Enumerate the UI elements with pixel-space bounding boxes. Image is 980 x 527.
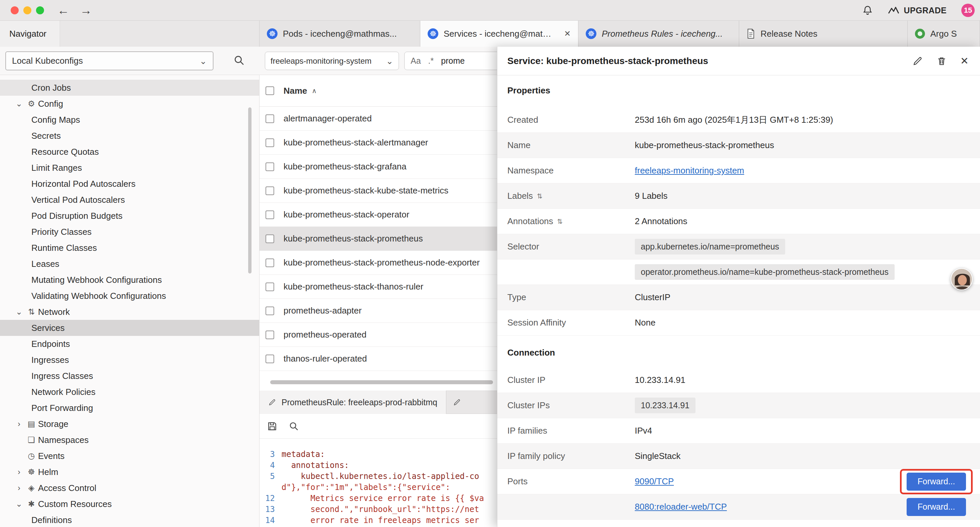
notification-count-badge[interactable]: 15 (961, 4, 975, 17)
table-row[interactable]: kube-prometheus-stack-grafana (259, 155, 497, 179)
unfold-icon[interactable]: ⇅ (537, 192, 543, 200)
sidebar-item-ingresses[interactable]: Ingresses (0, 352, 259, 368)
close-tab-icon[interactable]: ✕ (564, 29, 571, 38)
sidebar-item-vertical-pod-autoscalers[interactable]: Vertical Pod Autoscalers (0, 192, 259, 208)
sort-ascending-icon[interactable]: ∧ (312, 87, 317, 95)
storage-icon: ▤ (25, 419, 38, 428)
close-icon[interactable]: ✕ (960, 55, 969, 67)
chevron-down-icon[interactable]: ⌄ (13, 499, 25, 509)
name-column-header[interactable]: Name (283, 86, 307, 96)
sidebar-item-priority-classes[interactable]: Priority Classes (0, 224, 259, 240)
sidebar-item-network-policies[interactable]: Network Policies (0, 384, 259, 400)
row-checkbox[interactable] (266, 331, 274, 339)
sidebar-item-pod-disruption-budgets[interactable]: Pod Disruption Budgets (0, 208, 259, 224)
namespace-link[interactable]: freeleaps-monitoring-system (635, 166, 744, 176)
tab-pods[interactable]: ☸ Pods - icecheng@mathmas... (259, 21, 420, 47)
sidebar-item-access-control[interactable]: › ◈ Access Control (0, 480, 259, 496)
sidebar-item-definitions[interactable]: Definitions (0, 512, 259, 527)
table-row[interactable]: kube-prometheus-stack-alertmanager (259, 131, 497, 155)
sidebar-item-config-maps[interactable]: Config Maps (0, 112, 259, 128)
sidebar-item-horizontal-pod-autoscalers[interactable]: Horizontal Pod Autoscalers (0, 176, 259, 192)
row-checkbox[interactable] (266, 234, 274, 243)
match-case-toggle[interactable]: Aa (410, 56, 421, 66)
row-checkbox[interactable] (266, 258, 274, 267)
port-link-8080[interactable]: 8080:reloader-web/TCP (635, 502, 727, 512)
row-checkbox[interactable] (266, 282, 274, 291)
row-checkbox[interactable] (266, 186, 274, 195)
sidebar-item-services[interactable]: Services (0, 320, 259, 336)
row-checkbox[interactable] (266, 139, 274, 147)
tab-release-notes[interactable]: Release Notes (739, 21, 908, 47)
row-checkbox[interactable] (266, 355, 274, 363)
sidebar-search-icon[interactable] (234, 55, 245, 66)
namespace-filter-select[interactable]: freeleaps-monitoring-system ⌄ (265, 52, 399, 70)
sidebar-scrollbar[interactable] (248, 107, 251, 274)
sidebar-item-limit-ranges[interactable]: Limit Ranges (0, 160, 259, 176)
select-all-checkbox[interactable] (266, 86, 274, 95)
sidebar-item-port-forwarding[interactable]: Port Forwarding (0, 400, 259, 416)
sidebar-item-config[interactable]: ⌄ ⚙ Config (0, 96, 259, 112)
sidebar-item-endpoints[interactable]: Endpoints (0, 336, 259, 352)
zoom-window-button[interactable] (36, 6, 44, 14)
user-avatar[interactable] (951, 268, 973, 290)
notifications-bell-icon[interactable] (862, 5, 873, 16)
sidebar-item-mutating-webhook-configurations[interactable]: Mutating Webhook Configurations (0, 272, 259, 288)
row-checkbox[interactable] (266, 307, 274, 315)
chevron-down-icon[interactable]: ⌄ (13, 307, 25, 317)
sidebar-item-validating-webhook-configurations[interactable]: Validating Webhook Configurations (0, 288, 259, 304)
kubeconfig-selector[interactable]: Local Kubeconfigs ⌄ (5, 51, 213, 70)
upgrade-button[interactable]: UPGRADE (888, 6, 947, 15)
chevron-right-icon[interactable]: › (13, 467, 25, 477)
cluster-ips-row: Cluster IPs 10.233.14.91 (497, 393, 980, 418)
sidebar-item-namespaces[interactable]: ❏ Namespaces (0, 432, 259, 448)
close-window-button[interactable] (11, 6, 19, 14)
tab-prometheus-rules[interactable]: ☸ Prometheus Rules - icecheng... (578, 21, 739, 47)
table-row[interactable]: thanos-ruler-operated (259, 347, 497, 371)
save-icon[interactable] (267, 421, 277, 431)
unfold-icon[interactable]: ⇅ (557, 218, 563, 226)
sidebar-item-storage[interactable]: › ▤ Storage (0, 416, 259, 432)
horizontal-scrollbar[interactable] (270, 380, 493, 384)
regex-toggle[interactable]: .* (428, 56, 434, 66)
minimize-window-button[interactable] (23, 6, 31, 14)
delete-trash-icon[interactable] (936, 56, 947, 66)
yaml-editor[interactable]: 3metadata: 4 annotations: 5 kubectl.kube… (259, 439, 497, 527)
chevron-right-icon[interactable]: › (13, 483, 25, 493)
table-row[interactable]: alertmanager-operated (259, 107, 497, 131)
tab-services[interactable]: ☸ Services - icecheng@math... ✕ (420, 21, 578, 47)
table-row[interactable]: kube-prometheus-stack-kube-state-metrics (259, 179, 497, 203)
table-row-selected[interactable]: kube-prometheus-stack-prometheus (259, 227, 497, 251)
editor-tab-partial[interactable] (446, 390, 468, 414)
table-row[interactable]: kube-prometheus-stack-thanos-ruler (259, 275, 497, 299)
edit-pencil-icon[interactable] (912, 56, 923, 66)
sidebar-item-resource-quotas[interactable]: Resource Quotas (0, 144, 259, 160)
chevron-right-icon[interactable]: › (13, 419, 25, 428)
selector-row: Selector app.kubernetes.io/name=promethe… (497, 234, 980, 260)
table-row[interactable]: kube-prometheus-stack-operator (259, 203, 497, 227)
sidebar-item-runtime-classes[interactable]: Runtime Classes (0, 240, 259, 256)
editor-tab-prometheusrule[interactable]: PrometheusRule: freeleaps-prod-rabbitmq (259, 390, 446, 414)
editor-search-icon[interactable] (289, 421, 299, 431)
port-link-9090[interactable]: 9090/TCP (635, 476, 674, 487)
tab-argo[interactable]: Argo S (908, 21, 980, 47)
table-row[interactable]: prometheus-operated (259, 323, 497, 347)
forward-button[interactable]: → (80, 2, 92, 19)
forward-button-8080[interactable]: Forward... (907, 498, 966, 516)
sidebar-item-cron-jobs[interactable]: Cron Jobs (0, 80, 259, 96)
row-checkbox[interactable] (266, 162, 274, 171)
labels-row: Labels⇅ 9 Labels (497, 183, 980, 209)
sidebar-item-secrets[interactable]: Secrets (0, 128, 259, 144)
back-button[interactable]: ← (57, 2, 69, 19)
chevron-down-icon[interactable]: ⌄ (13, 99, 25, 108)
sidebar-item-ingress-classes[interactable]: Ingress Classes (0, 368, 259, 384)
sidebar-item-custom-resources[interactable]: ⌄ ✱ Custom Resources (0, 496, 259, 512)
sidebar-item-leases[interactable]: Leases (0, 256, 259, 272)
sidebar-item-network[interactable]: ⌄ ⇅ Network (0, 304, 259, 320)
list-search-input[interactable]: Aa .* prome (404, 52, 504, 70)
table-row[interactable]: prometheus-adapter (259, 299, 497, 323)
row-checkbox[interactable] (266, 115, 274, 123)
table-row[interactable]: kube-prometheus-stack-prometheus-node-ex… (259, 251, 497, 275)
row-checkbox[interactable] (266, 210, 274, 219)
sidebar-item-helm[interactable]: › ☸ Helm (0, 464, 259, 480)
sidebar-item-events[interactable]: ◷ Events (0, 448, 259, 464)
